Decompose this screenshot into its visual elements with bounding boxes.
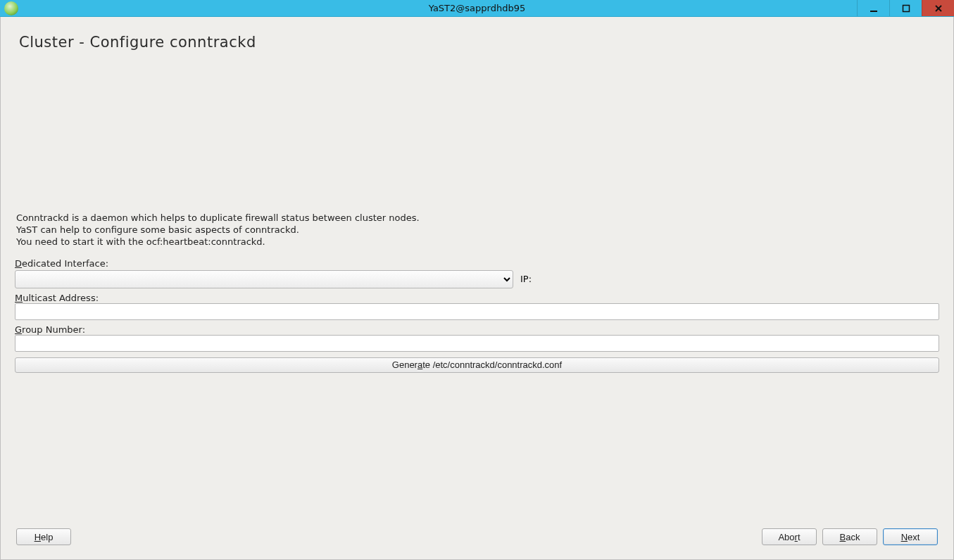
back-button[interactable]: Back xyxy=(822,528,877,545)
dedicated-interface-select[interactable] xyxy=(15,270,513,288)
multicast-address-input[interactable] xyxy=(15,303,939,320)
multicast-address-field: Multicast Address: xyxy=(15,293,939,320)
minimize-button[interactable] xyxy=(857,0,889,16)
help-button[interactable]: Help xyxy=(16,528,71,545)
app-icon xyxy=(4,1,18,15)
ip-label: IP: xyxy=(520,274,532,284)
spacer xyxy=(15,58,939,212)
multicast-address-label: Multicast Address: xyxy=(15,293,99,303)
form: Dedicated Interface: IP: Mult xyxy=(15,254,939,373)
maximize-button[interactable] xyxy=(889,0,922,16)
group-number-field: Group Number: xyxy=(15,324,939,352)
window: YaST2@sapprdhdb95 Cluster - Configure co… xyxy=(0,0,954,560)
next-button[interactable]: Next xyxy=(883,528,938,545)
description-line: YaST can help to configure some basic as… xyxy=(16,224,939,236)
maximize-icon xyxy=(902,4,910,13)
minimize-icon xyxy=(870,4,878,13)
description-line: Conntrackd is a daemon which helps to du… xyxy=(16,212,939,224)
close-icon xyxy=(934,4,943,13)
group-number-input[interactable] xyxy=(15,335,939,352)
button-bar: Help Abort Back Next xyxy=(15,526,939,545)
dedicated-interface-label: Dedicated Interface: xyxy=(15,258,108,269)
group-number-label: Group Number: xyxy=(15,324,85,335)
window-title: YaST2@sapprdhdb95 xyxy=(0,3,954,13)
close-button[interactable] xyxy=(922,0,954,16)
titlebar: YaST2@sapprdhdb95 xyxy=(0,0,954,17)
client-area: Cluster - Configure conntrackd Conntrack… xyxy=(0,17,954,560)
spacer xyxy=(15,373,939,526)
generate-conf-button[interactable]: Generate /etc/conntrackd/conntrackd.conf xyxy=(15,357,939,373)
svg-rect-1 xyxy=(903,5,909,11)
description: Conntrackd is a daemon which helps to du… xyxy=(15,212,939,248)
content: Cluster - Configure conntrackd Conntrack… xyxy=(9,25,945,551)
dedicated-interface-row: IP: xyxy=(15,270,939,288)
dedicated-interface-field: Dedicated Interface: IP: xyxy=(15,258,939,288)
description-line: You need to start it with the ocf:heartb… xyxy=(16,236,939,248)
window-controls xyxy=(857,0,954,16)
page-title: Cluster - Configure conntrackd xyxy=(15,30,939,58)
abort-button[interactable]: Abort xyxy=(762,528,817,545)
